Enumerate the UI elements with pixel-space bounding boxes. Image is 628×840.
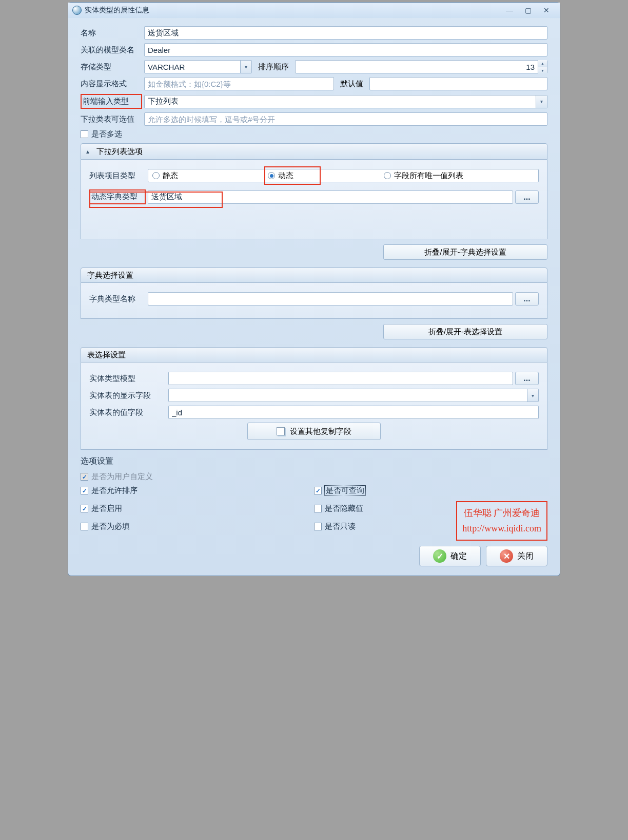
dict-section-header: 字典选择设置	[81, 268, 547, 283]
queryable-label: 是否可查询	[325, 486, 365, 495]
radio-dynamic[interactable]: 动态	[268, 171, 383, 181]
spin-down-icon[interactable]: ▼	[538, 67, 547, 73]
item-type-radio-group: 静态 动态 字段所有唯一值列表	[148, 169, 539, 182]
multiselect-checkbox[interactable]	[81, 130, 88, 138]
input-type-combo[interactable]: 下拉列表 ▾	[144, 95, 547, 108]
dropdown-options-body: 列表项目类型 静态 动态 字段所有唯一值列表	[81, 160, 547, 239]
queryable-checkbox[interactable]	[314, 487, 322, 494]
dict-type-label: 动态字典类型	[89, 189, 146, 204]
user-defined-label: 是否为用户自定义	[91, 472, 153, 482]
dict-name-label: 字典类型名称	[89, 294, 146, 304]
ok-button[interactable]: ✓ 确定	[419, 546, 481, 566]
hidden-label: 是否隐藏值	[325, 504, 363, 513]
options-section: 选项设置 是否为用户自定义 是否允许排序 是否可查询 是否启用	[81, 456, 547, 536]
name-input[interactable]	[144, 26, 547, 40]
window-title: 实体类型的属性信息	[85, 6, 149, 15]
sortable-checkbox[interactable]	[81, 487, 88, 494]
default-input[interactable]	[369, 77, 547, 90]
sort-spinner[interactable]: 13 ▲ ▼	[295, 60, 547, 73]
storage-combo[interactable]: VARCHAR ▾	[144, 60, 252, 73]
display-fmt-input[interactable]	[144, 77, 334, 90]
options-title: 选项设置	[81, 456, 547, 467]
dict-section-body: 字典类型名称 ...	[81, 283, 547, 319]
dialog-footer: ✓ 确定 ✕ 关闭	[81, 546, 547, 566]
table-section-header: 表选择设置	[81, 347, 547, 362]
sortable-label: 是否允许排序	[91, 486, 138, 495]
dict-name-input[interactable]	[148, 292, 513, 306]
model-input[interactable]	[144, 43, 547, 56]
dropdown-options-title: 下拉列表选项	[96, 147, 143, 157]
dict-type-browse-button[interactable]: ...	[515, 190, 539, 204]
dropdown-values-input[interactable]	[144, 112, 547, 126]
content-area: 名称 关联的模型类名 存储类型 VARCHAR ▾ 排序顺序 13 ▲ ▼	[68, 18, 560, 576]
input-type-label: 前端输入类型	[81, 94, 142, 109]
value-field-input[interactable]	[168, 406, 539, 419]
dropdown-values-label: 下拉类表可选值	[81, 114, 142, 124]
maximize-button[interactable]: ▢	[519, 6, 537, 15]
name-label: 名称	[81, 28, 142, 38]
required-label: 是否为必填	[91, 522, 130, 531]
multiselect-label: 是否多选	[91, 129, 122, 139]
chevron-down-icon[interactable]: ▾	[240, 61, 251, 73]
dropdown-options-header[interactable]: ▴ 下拉列表选项	[81, 143, 547, 160]
toggle-table-button[interactable]: 折叠/展开-表选择设置	[383, 324, 547, 339]
enabled-checkbox[interactable]	[81, 505, 88, 512]
dict-type-input[interactable]	[148, 190, 513, 204]
hidden-checkbox[interactable]	[314, 505, 322, 512]
storage-label: 存储类型	[81, 62, 142, 72]
app-icon	[72, 6, 82, 15]
enabled-label: 是否启用	[91, 504, 122, 513]
display-field-combo[interactable]: ▾	[168, 389, 539, 402]
display-fmt-label: 内容显示格式	[81, 79, 142, 89]
radio-icon	[384, 172, 391, 179]
chevron-up-icon: ▴	[86, 148, 94, 155]
radio-static[interactable]: 静态	[152, 171, 268, 181]
close-button[interactable]: ✕ 关闭	[486, 546, 547, 566]
close-icon: ✕	[500, 549, 513, 563]
titlebar: 实体类型的属性信息 — ▢ ✕	[68, 3, 560, 18]
readonly-checkbox[interactable]	[314, 523, 322, 530]
dict-name-browse-button[interactable]: ...	[515, 292, 539, 306]
user-defined-checkbox	[81, 473, 88, 481]
required-checkbox[interactable]	[81, 523, 88, 530]
radio-unique[interactable]: 字段所有唯一值列表	[384, 171, 534, 181]
spin-up-icon[interactable]: ▲	[538, 60, 547, 67]
radio-icon	[152, 172, 160, 179]
entity-model-label: 实体类型模型	[89, 374, 166, 384]
display-field-label: 实体表的显示字段	[89, 391, 166, 400]
dialog-window: 实体类型的属性信息 — ▢ ✕ 名称 关联的模型类名 存储类型 VARCHAR …	[68, 2, 560, 576]
entity-model-browse-button[interactable]: ...	[515, 372, 539, 385]
minimize-button[interactable]: —	[500, 6, 519, 15]
copy-fields-button[interactable]: 设置其他复制字段	[247, 423, 381, 440]
sort-label: 排序顺序	[254, 62, 293, 72]
chevron-down-icon[interactable]: ▾	[536, 96, 547, 108]
radio-icon	[268, 172, 275, 179]
copy-icon	[277, 427, 285, 435]
table-section-body: 实体类型模型 ... 实体表的显示字段 ▾ 实体表的值字段 设置其他复制字段	[81, 362, 547, 450]
watermark: 伍华聪 广州爱奇迪 http://www.iqidi.com	[456, 501, 547, 541]
chevron-down-icon[interactable]: ▾	[527, 389, 538, 402]
toggle-dict-button[interactable]: 折叠/展开-字典选择设置	[383, 244, 547, 260]
value-field-label: 实体表的值字段	[89, 408, 166, 417]
item-type-label: 列表项目类型	[89, 171, 146, 181]
close-window-button[interactable]: ✕	[537, 6, 556, 15]
readonly-label: 是否只读	[325, 522, 356, 531]
entity-model-input[interactable]	[168, 372, 513, 385]
model-label: 关联的模型类名	[81, 45, 142, 55]
default-label: 默认值	[336, 79, 367, 89]
check-icon: ✓	[433, 549, 446, 563]
